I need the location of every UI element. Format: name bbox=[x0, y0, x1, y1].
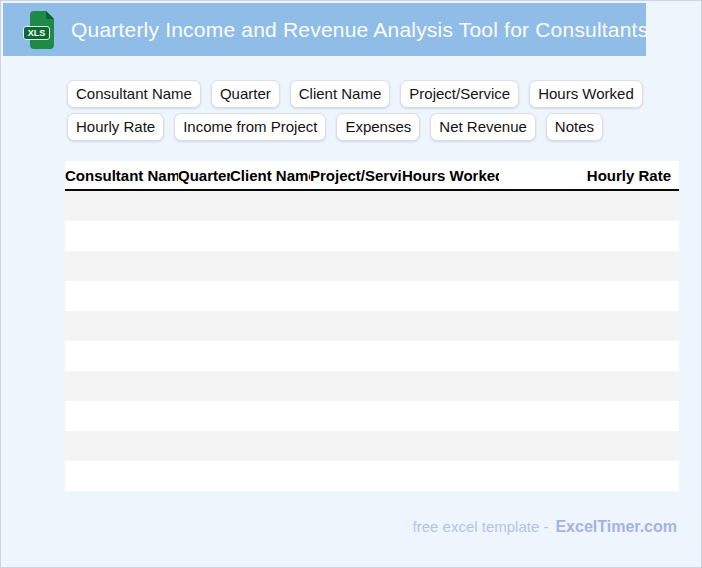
table-row bbox=[65, 281, 679, 311]
column-header-hourly-rate: Hourly Rate bbox=[499, 167, 679, 184]
table-row bbox=[65, 401, 679, 431]
template-preview-page: XLS Quarterly Income and Revenue Analysi… bbox=[0, 0, 702, 568]
footer-brand-link[interactable]: ExcelTimer.com bbox=[555, 518, 677, 536]
page-title: Quarterly Income and Revenue Analysis To… bbox=[71, 18, 648, 42]
field-chip-hourly-rate[interactable]: Hourly Rate bbox=[67, 113, 164, 141]
data-table: Consultant Name Quarter Client Name Proj… bbox=[65, 161, 679, 491]
table-row bbox=[65, 371, 679, 401]
field-chip-net-revenue[interactable]: Net Revenue bbox=[430, 113, 536, 141]
field-chip-project-service[interactable]: Project/Service bbox=[400, 80, 519, 108]
field-chip-list: Consultant Name Quarter Client Name Proj… bbox=[67, 80, 643, 141]
column-header-client-name: Client Name bbox=[230, 167, 310, 184]
app-header: XLS Quarterly Income and Revenue Analysi… bbox=[3, 3, 646, 56]
field-chip-quarter[interactable]: Quarter bbox=[211, 80, 280, 108]
column-header-consultant-name: Consultant Name bbox=[65, 167, 178, 184]
field-chip-notes[interactable]: Notes bbox=[546, 113, 603, 141]
table-row bbox=[65, 221, 679, 251]
table-row bbox=[65, 311, 679, 341]
xls-file-icon: XLS bbox=[23, 11, 57, 49]
field-chip-expenses[interactable]: Expenses bbox=[336, 113, 420, 141]
column-header-quarter: Quarter bbox=[178, 167, 230, 184]
field-chip-client-name[interactable]: Client Name bbox=[290, 80, 391, 108]
table-row bbox=[65, 341, 679, 371]
footer-tagline: free excel template - bbox=[413, 518, 549, 535]
field-chip-consultant-name[interactable]: Consultant Name bbox=[67, 80, 201, 108]
field-chip-hours-worked[interactable]: Hours Worked bbox=[529, 80, 643, 108]
field-chip-income-from-project[interactable]: Income from Project bbox=[174, 113, 326, 141]
table-row bbox=[65, 191, 679, 221]
xls-icon-label: XLS bbox=[28, 28, 46, 38]
table-body bbox=[65, 191, 679, 491]
table-header-row: Consultant Name Quarter Client Name Proj… bbox=[65, 161, 679, 191]
table-row bbox=[65, 431, 679, 461]
footer: free excel template - ExcelTimer.com bbox=[413, 518, 677, 536]
column-header-project-service: Project/Service bbox=[310, 167, 402, 184]
table-row bbox=[65, 461, 679, 491]
column-header-hours-worked: Hours Worked bbox=[402, 167, 499, 184]
table-row bbox=[65, 251, 679, 281]
